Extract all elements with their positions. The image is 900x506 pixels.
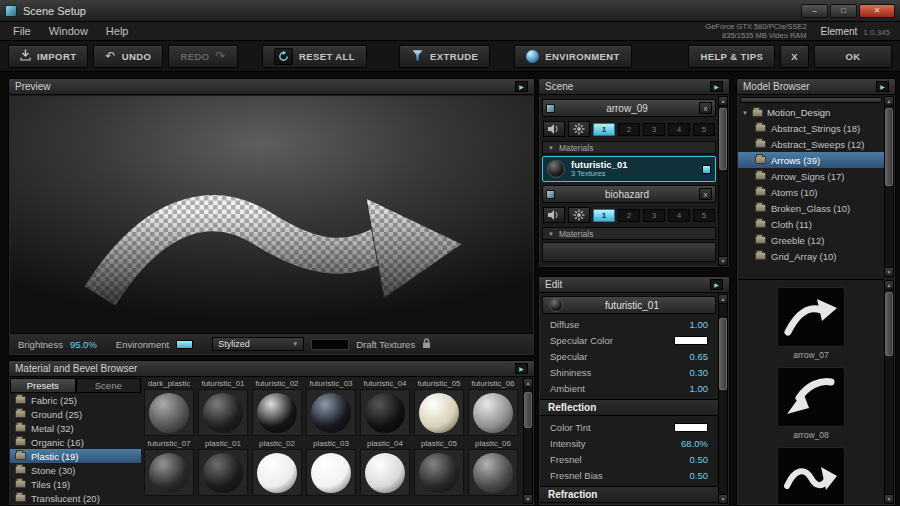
reflection-section-header[interactable]: Reflection [540, 399, 718, 416]
material-preset[interactable]: futuristic_03 [304, 378, 358, 436]
category-organic[interactable]: Organic (16) [10, 435, 141, 449]
material-preset[interactable]: futuristic_06 [466, 378, 520, 436]
group-slot-5[interactable]: 5 [693, 209, 715, 222]
tree-item-broken-glass[interactable]: Broken_Glass (10) [738, 200, 884, 216]
scroll-down-icon[interactable]: ▼ [719, 256, 727, 265]
scroll-up-icon[interactable]: ▲ [719, 295, 727, 304]
color-tint-swatch[interactable] [674, 423, 708, 432]
material-preset[interactable]: plastic_05 [412, 438, 466, 496]
material-preset[interactable]: futuristic_04 [358, 378, 412, 436]
category-ground[interactable]: Ground (25) [10, 407, 141, 421]
model-thumbs-scrollbar[interactable]: ▲ ▼ [884, 280, 894, 504]
environment-color-swatch[interactable] [176, 340, 193, 349]
draft-textures-lock-icon[interactable] [422, 338, 431, 351]
model-tree-scrollbar[interactable]: ▲ ▼ [884, 96, 894, 277]
minimize-button[interactable]: – [801, 4, 828, 18]
group-slot-3[interactable]: 3 [643, 209, 665, 222]
material-browser-expand-icon[interactable]: ▶ [515, 363, 528, 374]
scroll-down-icon[interactable]: ▼ [885, 494, 893, 503]
material-preset[interactable]: futuristic_02 [250, 378, 304, 436]
group-slot-2[interactable]: 2 [618, 209, 640, 222]
remove-group-button[interactable]: x [699, 102, 712, 114]
tree-item-abstract-strings[interactable]: Abstract_Strings (18) [738, 120, 884, 136]
tree-item-cloth[interactable]: Cloth (11) [738, 216, 884, 232]
scroll-up-icon[interactable]: ▲ [719, 97, 727, 106]
tab-presets[interactable]: Presets [10, 378, 76, 393]
background-color-swatch[interactable] [311, 339, 349, 350]
environment-button[interactable]: ENVIRONMENT [514, 45, 632, 68]
ambient-value[interactable]: 1.00 [690, 383, 709, 394]
specular-color-swatch[interactable] [674, 336, 708, 345]
cancel-button[interactable]: X [780, 45, 809, 68]
scroll-up-icon[interactable]: ▲ [524, 379, 532, 388]
material-preset[interactable]: futuristic_05 [412, 378, 466, 436]
brightness-value[interactable]: 95.0% [70, 339, 97, 350]
scene-scrollbar[interactable]: ▲ ▼ [718, 96, 728, 266]
scroll-down-icon[interactable]: ▼ [885, 267, 893, 276]
materials-section-header[interactable]: ▼ Materials [542, 141, 716, 154]
ok-button[interactable]: OK [814, 45, 892, 68]
model-thumb-arrow07[interactable]: arrow_07 [777, 287, 845, 360]
menu-file[interactable]: File [4, 25, 40, 37]
category-tiles[interactable]: Tiles (19) [10, 477, 141, 491]
scene-row-partial[interactable] [542, 242, 716, 262]
scene-group-arrow09[interactable]: arrow_09 x [542, 99, 716, 117]
preview-viewport[interactable] [10, 96, 533, 333]
import-button[interactable]: IMPORT [8, 45, 88, 68]
fresnel-bias-value[interactable]: 0.50 [690, 470, 709, 481]
material-preset[interactable]: plastic_02 [250, 438, 304, 496]
tree-item-partial[interactable] [740, 97, 882, 103]
material-enabled-checkbox[interactable] [702, 165, 711, 174]
menu-help[interactable]: Help [97, 25, 138, 37]
visibility-speaker-icon[interactable] [543, 121, 565, 137]
reset-all-button[interactable]: RESET ALL [262, 45, 367, 68]
material-preset[interactable]: plastic_03 [304, 438, 358, 496]
menu-window[interactable]: Window [40, 25, 97, 37]
intensity-value[interactable]: 68.0% [681, 438, 708, 449]
tree-root-motion-design[interactable]: ▼ Motion_Design [738, 105, 884, 120]
model-thumb-arrow08[interactable]: arrow_08 [777, 367, 845, 440]
materials-section-header[interactable]: ▼ Materials [542, 227, 716, 240]
extrude-button[interactable]: EXTRUDE [399, 45, 490, 68]
tree-item-greeble[interactable]: Greeble (12) [738, 232, 884, 248]
material-preset[interactable]: plastic_06 [466, 438, 520, 496]
tree-item-abstract-sweeps[interactable]: Abstract_Sweeps (12) [738, 136, 884, 152]
material-browser-scrollbar[interactable]: ▲ ▼ [523, 378, 533, 504]
tree-item-arrows[interactable]: Arrows (39) [738, 152, 884, 168]
group-slot-2[interactable]: 2 [618, 123, 640, 136]
tree-item-arrow-signs[interactable]: Arrow_Signs (17) [738, 168, 884, 184]
material-preset[interactable]: plastic_04 [358, 438, 412, 496]
tab-scene[interactable]: Scene [76, 378, 142, 393]
maximize-button[interactable]: □ [830, 4, 857, 18]
diffuse-value[interactable]: 1.00 [690, 319, 709, 330]
preview-expand-icon[interactable]: ▶ [515, 81, 528, 92]
help-tips-button[interactable]: HELP & TIPS [688, 45, 775, 68]
model-browser-expand-icon[interactable]: ▶ [876, 81, 889, 92]
refraction-section-header[interactable]: Refraction [540, 486, 718, 503]
category-translucent[interactable]: Translucent (20) [10, 491, 141, 505]
remove-group-button[interactable]: x [699, 188, 712, 200]
group-slot-3[interactable]: 3 [643, 123, 665, 136]
category-plastic[interactable]: Plastic (19) [10, 449, 141, 463]
model-thumb-arrow09[interactable]: arrow_09 [777, 447, 845, 504]
specular-value[interactable]: 0.65 [690, 351, 709, 362]
visibility-speaker-icon[interactable] [543, 207, 565, 223]
scroll-down-icon[interactable]: ▼ [719, 494, 727, 503]
settings-gear-icon[interactable] [568, 121, 590, 137]
close-window-button[interactable]: ✕ [859, 4, 895, 18]
style-dropdown[interactable]: Stylized▼ [212, 337, 304, 351]
material-preset[interactable]: futuristic_01 [196, 378, 250, 436]
group-slot-4[interactable]: 4 [668, 123, 690, 136]
settings-gear-icon[interactable] [568, 207, 590, 223]
fresnel-value[interactable]: 0.50 [690, 454, 709, 465]
material-preset[interactable]: plastic_01 [196, 438, 250, 496]
scene-expand-icon[interactable]: ▶ [710, 81, 723, 92]
undo-button[interactable]: ↶ UNDO [93, 45, 163, 68]
tree-item-grid-array[interactable]: Grid_Array (10) [738, 248, 884, 264]
scroll-up-icon[interactable]: ▲ [885, 97, 893, 106]
tree-item-atoms[interactable]: Atoms (10) [738, 184, 884, 200]
group-slot-4[interactable]: 4 [668, 209, 690, 222]
group-slot-1[interactable]: 1 [593, 123, 615, 136]
scroll-down-icon[interactable]: ▼ [524, 494, 532, 503]
scene-group-biohazard[interactable]: biohazard x [542, 185, 716, 203]
